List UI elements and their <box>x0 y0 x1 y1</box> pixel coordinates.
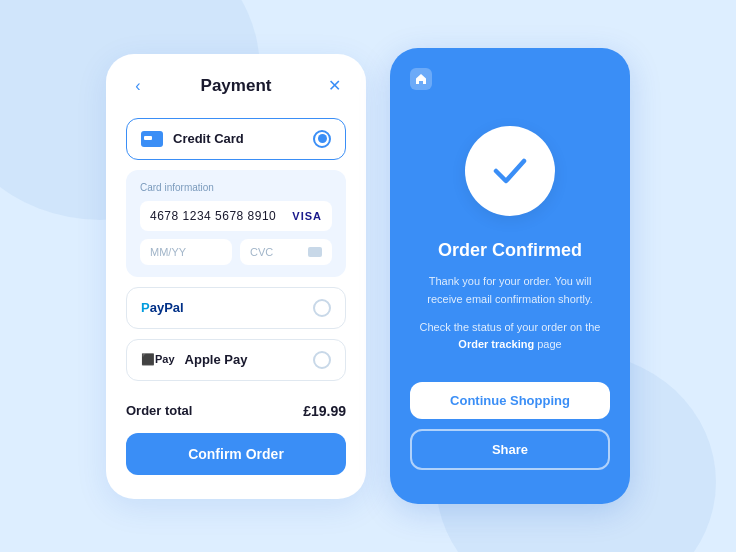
payment-title: Payment <box>150 76 322 96</box>
order-total-label: Order total <box>126 403 192 418</box>
paypal-radio[interactable] <box>313 299 331 317</box>
cvc-placeholder: CVC <box>250 246 273 258</box>
apple-pay-radio[interactable] <box>313 351 331 369</box>
confirmed-desc-2-suffix: page <box>534 338 562 350</box>
order-total-row: Order total £19.99 <box>126 391 346 433</box>
back-button[interactable]: ‹ <box>126 74 150 98</box>
payment-header: ‹ Payment ✕ <box>126 74 346 98</box>
payment-screen: ‹ Payment ✕ Credit Card Card information… <box>106 54 366 499</box>
continue-shopping-label: Continue Shopping <box>450 393 570 408</box>
paypal-option[interactable]: PayPal <box>126 287 346 329</box>
card-info-section: Card information 4678 1234 5678 8910 VIS… <box>126 170 346 277</box>
checkmark-circle <box>465 126 555 216</box>
apple-pay-icon: ⬛Pay <box>141 353 175 366</box>
apple-pay-label: Apple Pay <box>185 352 248 367</box>
close-button[interactable]: ✕ <box>322 74 346 98</box>
share-button[interactable]: Share <box>410 429 610 470</box>
apple-pay-option-left: ⬛Pay Apple Pay <box>141 352 247 367</box>
card-number: 4678 1234 5678 8910 <box>150 209 276 223</box>
visa-badge: VISA <box>292 210 322 222</box>
home-button[interactable] <box>410 68 432 90</box>
confirm-order-button[interactable]: Confirm Order <box>126 433 346 475</box>
credit-card-radio[interactable] <box>313 130 331 148</box>
credit-card-label: Credit Card <box>173 131 244 146</box>
confirmed-title: Order Confirmed <box>438 240 582 261</box>
order-tracking-link[interactable]: Order tracking <box>458 338 534 350</box>
confirmed-header <box>410 68 610 90</box>
card-number-row: 4678 1234 5678 8910 VISA <box>140 201 332 231</box>
credit-card-option[interactable]: Credit Card <box>126 118 346 160</box>
credit-card-option-left: Credit Card <box>141 131 244 147</box>
continue-shopping-button[interactable]: Continue Shopping <box>410 382 610 419</box>
confirmed-screen: Order Confirmed Thank you for your order… <box>390 48 630 503</box>
order-total-value: £19.99 <box>303 403 346 419</box>
confirmed-description-2: Check the status of your order on the Or… <box>410 319 610 354</box>
card-info-label: Card information <box>140 182 332 193</box>
back-icon: ‹ <box>135 77 140 95</box>
checkmark-icon <box>487 148 533 194</box>
confirm-order-label: Confirm Order <box>188 446 284 462</box>
expiry-placeholder: MM/YY <box>150 246 186 258</box>
expiry-field[interactable]: MM/YY <box>140 239 232 265</box>
credit-card-icon <box>141 131 163 147</box>
apple-pay-option[interactable]: ⬛Pay Apple Pay <box>126 339 346 381</box>
card-details-row: MM/YY CVC <box>140 239 332 265</box>
confirmed-description-1: Thank you for your order. You will recei… <box>410 273 610 308</box>
paypal-icon: PayPal <box>141 300 184 315</box>
share-label: Share <box>492 442 528 457</box>
screens-container: ‹ Payment ✕ Credit Card Card information… <box>106 48 630 503</box>
card-chip-icon <box>308 247 322 257</box>
close-icon: ✕ <box>328 76 341 95</box>
confirmed-desc-2-prefix: Check the status of your order on the <box>420 321 601 333</box>
home-icon <box>415 73 427 85</box>
paypal-option-left: PayPal <box>141 300 184 315</box>
cvc-field[interactable]: CVC <box>240 239 332 265</box>
